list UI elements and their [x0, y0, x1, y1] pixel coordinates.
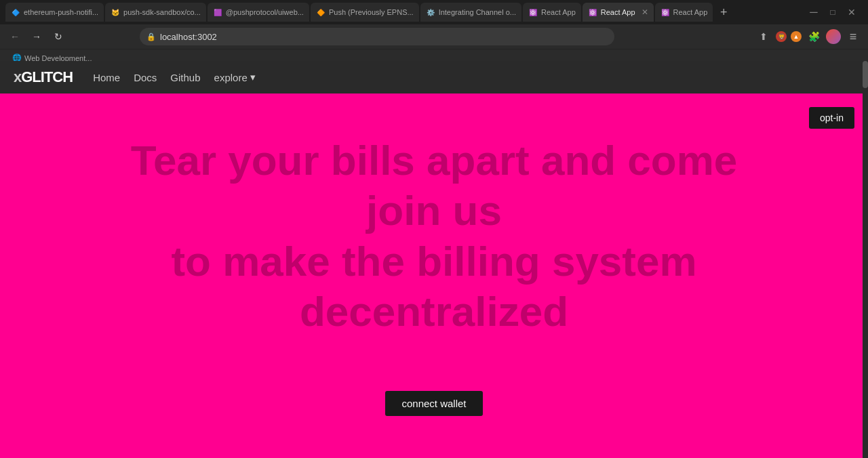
toolbar-right: ⬆ 🦁 ▲ 🧩 ≡ [755, 28, 861, 45]
connect-wallet-button[interactable]: connect wallet [385, 391, 482, 416]
tab-bar: 🔷 ethereum-push-notifi... 🐱 push-sdk-san… [0, 0, 868, 24]
hero-section: opt-in Tear your bills apart and come jo… [0, 93, 868, 458]
new-tab-button[interactable]: + [714, 3, 733, 22]
browser-chrome: 🔷 ethereum-push-notifi... 🐱 push-sdk-san… [0, 0, 868, 61]
tab-1-favicon: 🔷 [11, 7, 20, 17]
hero-heading-line1: Tear your bills apart and come join us [131, 137, 738, 234]
back-button[interactable]: ← [7, 28, 23, 45]
menu-icon[interactable]: ≡ [845, 28, 861, 45]
logo: xGLITCH [14, 68, 73, 86]
close-button[interactable]: ✕ [844, 4, 860, 20]
hero-heading-line2: to make the billing system decentralized [171, 238, 696, 335]
tab-2[interactable]: 🐱 push-sdk-sandbox/co... [105, 3, 206, 22]
tab-1[interactable]: 🔷 ethereum-push-notifi... [5, 3, 104, 22]
lock-icon: 🔒 [146, 33, 156, 41]
nav-home[interactable]: Home [93, 72, 120, 83]
tab-2-label: push-sdk-sandbox/co... [123, 8, 201, 16]
tab-7-close-icon[interactable]: ✕ [642, 7, 648, 17]
tab-3[interactable]: 🟪 @pushprotocol/uiweb... [208, 3, 309, 22]
nav-explore-label: explore [214, 72, 248, 83]
nav-github[interactable]: Github [170, 72, 200, 83]
tab-8-favicon: ⚛️ [660, 7, 670, 17]
url-text: localhost:3002 [160, 32, 217, 42]
extensions-icon[interactable]: 🧩 [806, 28, 822, 45]
nav-links: Home Docs Github explore ▾ [93, 71, 256, 83]
navbar: xGLITCH Home Docs Github explore ▾ [0, 61, 868, 93]
tab-5-favicon: ⚙️ [426, 7, 435, 17]
share-icon[interactable]: ⬆ [755, 28, 772, 45]
tab-3-favicon: 🟪 [213, 7, 222, 17]
logo-glitch: GLITCH [21, 68, 73, 85]
hero-heading: Tear your bills apart and come join us t… [61, 136, 807, 337]
tab-5-label: Integrating Channel o... [439, 8, 516, 16]
brave-shield-icon[interactable]: 🦁 [776, 31, 787, 42]
nav-docs[interactable]: Docs [134, 72, 157, 83]
profile-icon[interactable] [826, 29, 841, 44]
forward-button[interactable]: → [28, 28, 45, 45]
tab-3-label: @pushprotocol/uiweb... [226, 8, 304, 16]
address-bar-row: ← → ↻ 🔒 localhost:3002 ⬆ 🦁 ▲ 🧩 ≡ [0, 24, 868, 49]
tab-4-favicon: 🔶 [316, 7, 326, 17]
tab-7-active[interactable]: ⚛️ React App ✕ [583, 3, 654, 22]
tab-7-label: React App [601, 8, 635, 16]
tab-8-label: React App [673, 8, 708, 16]
tab-4[interactable]: 🔶 Push (Previously EPNS... [311, 3, 419, 22]
tab-6-label: React App [541, 8, 576, 16]
refresh-button[interactable]: ↻ [50, 28, 66, 45]
tab-7-favicon: ⚛️ [588, 7, 597, 17]
tab-1-label: ethereum-push-notifi... [24, 8, 98, 16]
opt-in-button[interactable]: opt-in [809, 107, 854, 129]
maximize-button[interactable]: □ [825, 4, 841, 20]
tab-4-label: Push (Previously EPNS... [329, 8, 414, 16]
tab-6-favicon: ⚛️ [528, 7, 538, 17]
app-container: xGLITCH Home Docs Github explore ▾ opt-i… [0, 61, 868, 458]
tab-6[interactable]: ⚛️ React App [523, 3, 581, 22]
attention-icon[interactable]: ▲ [791, 31, 802, 42]
tab-2-favicon: 🐱 [111, 7, 120, 17]
explore-chevron-down-icon: ▾ [250, 71, 256, 83]
address-bar[interactable]: 🔒 localhost:3002 [140, 28, 614, 45]
tab-5[interactable]: ⚙️ Integrating Channel o... [420, 3, 521, 22]
nav-explore[interactable]: explore ▾ [214, 71, 256, 83]
minimize-button[interactable]: ─ [806, 4, 822, 20]
logo-x: x [14, 68, 21, 85]
tab-8[interactable]: ⚛️ React App [655, 3, 713, 22]
scrollbar-track[interactable] [863, 61, 868, 458]
scrollbar-thumb[interactable] [863, 61, 868, 88]
